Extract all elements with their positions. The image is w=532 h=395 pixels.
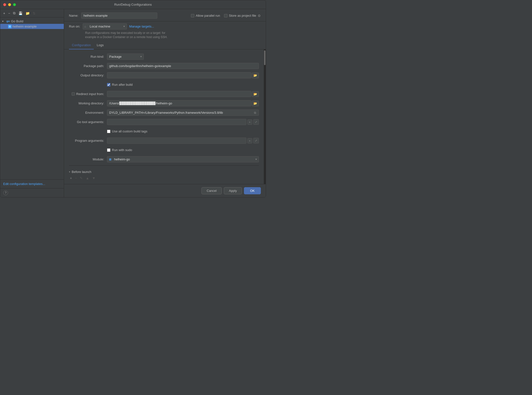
go-tool-args-add-button[interactable]: + <box>247 119 252 125</box>
redirect-input-browse-button[interactable]: 📂 <box>252 91 259 97</box>
program-args-add-button[interactable]: + <box>247 138 252 143</box>
custom-tags-checkbox[interactable] <box>107 130 110 133</box>
redirect-input-input[interactable] <box>107 91 251 97</box>
run-kind-control: Package <box>107 54 259 60</box>
environment-control: DYLD_LIBRARY_PATH=/Library/Frameworks/Py… <box>107 110 259 116</box>
window-controls <box>3 3 16 6</box>
environment-value: DYLD_LIBRARY_PATH=/Library/Frameworks/Py… <box>109 111 253 114</box>
working-dir-input[interactable] <box>107 100 251 106</box>
redirect-input-label: Redirect input from: <box>76 92 104 96</box>
ok-button[interactable]: OK <box>244 187 261 194</box>
before-launch-edit-button[interactable]: ✎ <box>79 176 84 181</box>
cancel-button[interactable]: Cancel <box>201 187 222 194</box>
copy-config-button[interactable]: ⧉ <box>12 11 16 16</box>
program-args-input[interactable] <box>107 138 246 144</box>
allow-parallel-label: Allow parallel run <box>196 14 220 17</box>
store-as-project-checkbox[interactable] <box>224 14 227 17</box>
sidebar-item-helheim-example[interactable]: ⚙ helheim example <box>0 24 64 29</box>
module-select-wrapper: ▦ helheim-go <box>107 156 259 162</box>
bottom-bar: Cancel Apply OK <box>64 184 266 197</box>
working-dir-browse-icon: 📂 <box>253 102 257 105</box>
before-launch-header[interactable]: ▾ Before launch <box>69 169 259 175</box>
scrollbar-thumb[interactable] <box>264 50 266 65</box>
redirect-input-group: 📂 <box>107 91 259 97</box>
store-as-project-group: Store as project file ⚙ <box>224 14 261 18</box>
run-with-sudo-checkbox-group: Run with sudo <box>107 148 259 152</box>
before-launch-down-button[interactable]: ▼ <box>91 176 96 181</box>
go-tool-args-group: + ⤢ <box>107 119 259 125</box>
run-after-build-checkbox[interactable] <box>107 83 110 86</box>
package-path-label: Package path: <box>69 64 107 68</box>
copy-icon: ⧉ <box>13 11 15 15</box>
run-kind-label: Run kind: <box>69 55 107 58</box>
redirect-input-checkbox[interactable] <box>72 92 75 96</box>
name-input[interactable] <box>81 13 157 19</box>
sort-config-button[interactable]: ⇅ <box>32 11 37 16</box>
manage-targets-link[interactable]: Manage targets... <box>129 25 154 28</box>
working-dir-browse-button[interactable]: 📂 <box>252 100 259 106</box>
tab-logs[interactable]: Logs <box>94 41 106 49</box>
run-with-sudo-label: Run with sudo <box>112 148 132 152</box>
name-label: Name: <box>69 14 78 17</box>
before-launch-add-button[interactable]: + <box>69 176 73 181</box>
folder-icon: 📁 <box>26 11 30 15</box>
run-on-row: Run on: ⌂ Local machine Manage targets..… <box>64 21 266 30</box>
config-header: Name: Allow parallel run Store as projec… <box>64 9 266 21</box>
remove-config-button[interactable]: − <box>7 11 11 16</box>
run-kind-select[interactable]: Package <box>107 54 144 60</box>
close-button[interactable] <box>3 3 6 6</box>
run-with-sudo-row: Run with sudo <box>69 147 259 154</box>
run-on-select[interactable]: Local machine <box>83 23 127 29</box>
before-launch-remove-button[interactable]: − <box>74 176 78 181</box>
sidebar: + − ⧉ 💾 📁 ⇅ <box>0 9 64 197</box>
program-args-label: Program arguments: <box>69 139 107 142</box>
tab-configuration[interactable]: Configuration <box>69 41 94 49</box>
scrollbar-track[interactable] <box>264 49 266 184</box>
config-item-label: helheim example <box>13 25 37 28</box>
working-dir-label: Working directory: <box>69 101 107 105</box>
working-dir-control: 📂 <box>107 100 259 106</box>
save-config-button[interactable]: 💾 <box>17 11 24 16</box>
run-after-build-checkbox-group: Run after build <box>107 83 259 86</box>
run-with-sudo-checkbox[interactable] <box>107 148 110 152</box>
run-debug-configurations-dialog: Run/Debug Configurations + − ⧉ 💾 📁 <box>0 0 266 198</box>
environment-label: Environment: <box>69 111 107 114</box>
tree-arrow-icon: ▾ <box>2 20 5 23</box>
minimize-button[interactable] <box>8 3 11 6</box>
store-project-gear-icon[interactable]: ⚙ <box>258 14 261 18</box>
add-config-button[interactable]: + <box>2 11 6 16</box>
go-tool-args-expand-button[interactable]: ⤢ <box>253 119 259 125</box>
module-select[interactable]: helheim-go <box>107 156 259 162</box>
run-after-build-control: Run after build <box>107 83 259 86</box>
apply-button[interactable]: Apply <box>224 187 242 194</box>
run-on-hint-line1: Run configurations may be executed local… <box>85 31 165 35</box>
before-launch-arrow-icon: ▾ <box>69 170 70 173</box>
output-dir-input[interactable] <box>107 72 251 78</box>
folder-config-button[interactable]: 📁 <box>25 11 31 16</box>
config-content: Run kind: Package Package path: <box>64 49 264 184</box>
package-path-control <box>107 63 259 69</box>
plus-icon: + <box>3 11 5 15</box>
right-panel: Name: Allow parallel run Store as projec… <box>64 9 266 197</box>
go-tool-args-row: Go tool arguments: + ⤢ <box>69 119 259 126</box>
tree-group-header[interactable]: ▾ go Go Build <box>0 18 64 24</box>
output-dir-row: Output directory: 📂 <box>69 72 259 79</box>
allow-parallel-checkbox[interactable] <box>191 14 194 17</box>
environment-copy-button[interactable]: ⧉ <box>253 111 257 114</box>
go-build-icon: go <box>6 19 10 23</box>
output-dir-browse-button[interactable]: 📂 <box>252 72 259 78</box>
help-button[interactable]: ? <box>3 190 8 195</box>
right-panel-inner: Run kind: Package Package path: <box>64 49 266 184</box>
go-tool-args-label: Go tool arguments: <box>69 120 107 124</box>
custom-tags-label: Use all custom build tags <box>112 129 147 133</box>
custom-tags-checkbox-group: Use all custom build tags <box>107 129 259 133</box>
environment-value-group: DYLD_LIBRARY_PATH=/Library/Frameworks/Py… <box>107 110 259 116</box>
edit-templates-link[interactable]: Edit configuration templates... <box>3 182 45 186</box>
go-tool-args-input[interactable] <box>107 119 246 125</box>
run-on-hint-line2: example in a Docker Container or on a re… <box>85 35 168 39</box>
before-launch-up-button[interactable]: ▲ <box>85 176 90 181</box>
run-kind-dropdown-wrapper: Package <box>107 54 144 60</box>
program-args-expand-button[interactable]: ⤢ <box>253 138 259 143</box>
maximize-button[interactable] <box>13 3 16 6</box>
package-path-input[interactable] <box>107 63 259 69</box>
